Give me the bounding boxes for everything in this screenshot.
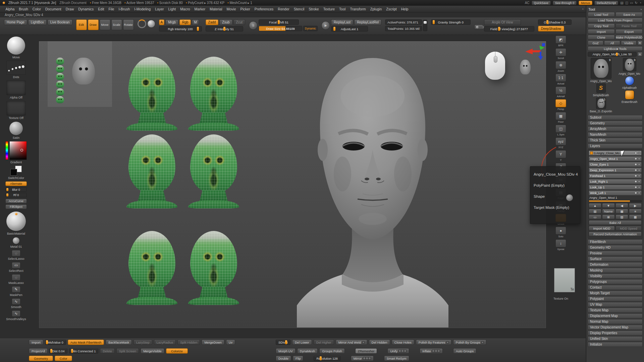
bottom-shelf-button[interactable]: Mirror [351,356,374,361]
right-shelf-button[interactable]: ↕ Xpose [555,239,566,251]
bottom-shelf-button[interactable]: LazyStep [133,340,152,345]
layer-tool-button[interactable]: ▦ [615,209,628,214]
layer-arrow-button[interactable]: ▶ [629,203,642,208]
menu-item[interactable]: Macro [178,7,192,11]
m-toggle[interactable]: M [192,19,199,25]
right-shelf-button[interactable]: ✛ Scroll [555,48,566,60]
bottom-shelf-button[interactable]: MidValue 0 [45,340,66,345]
layer-eye-icon[interactable] [635,186,637,188]
copy-tool-button[interactable]: Copy Tool [588,23,615,28]
document-canvas[interactable] [39,41,546,328]
accucurve-button[interactable]: AccuCurve [5,199,27,203]
layer-tool-button[interactable]: ▩ [629,215,642,219]
tool-section-header[interactable]: Contact [588,285,643,290]
bottom-shelf-button[interactable]: Close Holes [392,340,414,345]
tool-section-header[interactable]: NanoMesh [588,132,643,137]
mrgb-toggle[interactable]: Mrgb [165,19,178,25]
bottom-shelf-button[interactable]: Min Connected 1 [69,348,99,354]
field-of-view-slider[interactable]: Field of view(deg) 27.5977 [484,26,534,32]
scale-mode-button[interactable]: Scale [111,19,122,30]
menu-item[interactable]: Transform [348,7,368,11]
menu-item[interactable]: Alpha [3,7,17,11]
layer-eye-icon[interactable] [635,169,637,171]
export-button[interactable]: Export [615,29,643,34]
z-intensity-slider[interactable]: Z Intensity 51 [206,26,243,32]
bottom-shelf-button[interactable]: Split Hidden [177,340,200,345]
zadd-toggle[interactable]: Zadd [206,19,219,25]
layer-row[interactable]: Forehead 1 [589,173,642,178]
layer-intensity-slider[interactable] [589,200,642,202]
titlebar-icon[interactable]: ◔ [639,1,641,5]
titlebar-icon[interactable]: ◫ [625,1,628,5]
menu-item[interactable]: I-Modeling [132,7,153,11]
alt-tool-thumbnail[interactable]: 9 [623,58,636,71]
current-tool-thumbnail[interactable]: 9 [591,58,611,79]
layer-arrow-button[interactable]: ◀ [615,203,628,208]
tool-section-header[interactable]: Visibility [588,274,643,279]
home-page-button[interactable]: Home Page [4,19,27,25]
context-menu-item[interactable]: PolyPaint (Empty) [530,180,580,191]
layer-row[interactable]: Angry_Open_Mout 1 [589,156,642,161]
layer-record-icon[interactable] [638,158,640,160]
right-shelf-button[interactable]: ◫ L.Sym [555,125,566,136]
titlebar-icon[interactable]: ↻ [635,1,638,5]
bottom-shelf-button[interactable]: Unify [387,348,409,354]
menu-item[interactable]: Layer [153,7,166,11]
material-sphere-icon[interactable] [147,20,155,28]
panel-gear-icon[interactable]: ◔ [640,7,642,11]
hue-strip[interactable] [5,141,8,160]
tool-section-header[interactable]: Thick Skin [588,138,643,143]
quicksave-button[interactable]: QuickSave [532,1,551,5]
layer-record-icon[interactable] [638,186,640,188]
layer-record-icon[interactable] [638,169,640,171]
layer-arrow-button[interactable]: ▲ [589,203,601,208]
draw-mode-button[interactable]: Draw [88,19,99,30]
layer-eye-icon[interactable] [635,152,637,154]
smooth-valleys-icon[interactable]: ∿ [12,310,20,317]
alternate-button[interactable]: Alternate [5,181,27,186]
obj-shadow-slider[interactable]: ObjShadow 0.3 [538,19,572,25]
toggle-dot[interactable] [481,341,484,344]
zcut-toggle[interactable]: Zcut [233,19,245,25]
bottom-shelf-button[interactable]: LazyRadius [154,340,176,345]
layer-row[interactable]: Close_Eyes 1 [589,162,642,167]
bottom-shelf-button[interactable]: MergeDown [202,340,224,345]
tool-section-header[interactable]: Preview [588,251,643,256]
paste-tool-button[interactable]: Paste Tool [615,23,643,28]
layer-row[interactable]: Look_Right 1 [589,179,642,184]
bottom-shelf-button[interactable]: ZRemesher [355,348,377,354]
right-shelf-button[interactable]: ½ AAHalf [555,86,566,98]
layer-eye-icon[interactable] [635,180,637,183]
layer-tool-button[interactable]: ▤ [589,209,601,214]
angle-of-view-button[interactable]: Angle Of View [484,19,521,25]
tool-r-button[interactable]: R [637,52,643,57]
bottom-shelf-button[interactable]: Groups Polish [319,348,345,354]
color-picker[interactable] [5,141,27,160]
alpha-slot[interactable] [6,80,26,95]
bottom-shelf-button[interactable]: Geometry [29,356,53,361]
tool-quicksave-slider[interactable]: Angry_Open_Mouth_Low. 50 [588,52,637,57]
bottom-shelf-button[interactable]: Del Hidden [369,340,390,345]
right-shelf-button[interactable]: ▦ Floor [555,112,566,123]
menu-item[interactable]: Color [30,7,43,11]
toggle-dot[interactable] [446,341,449,344]
tool-section-header[interactable]: FiberMesh [588,239,643,244]
layer-arrow-button[interactable]: ▼ [602,203,615,208]
primary-color-swatch[interactable] [10,169,17,176]
right-shelf-button[interactable]: ◩ BPR [555,36,566,47]
mask-pen-icon[interactable]: ✎ [12,286,20,293]
xyz-toggles[interactable] [363,357,371,360]
rgb-toggle[interactable]: Rgb [179,19,191,25]
menu-item[interactable]: Draw [63,7,76,11]
layer-record-icon[interactable] [638,175,640,177]
layer-eye-icon[interactable] [635,192,637,194]
layer-record-icon[interactable] [638,163,640,166]
layer-row[interactable]: Wink_Left 1 [589,190,642,195]
import-button[interactable]: Import [588,29,615,34]
clone-button[interactable]: Clone [588,35,615,40]
tool-section-header[interactable]: Texture Map [588,308,643,313]
menu-item[interactable]: Help [399,7,411,11]
menu-item[interactable]: Material [208,7,224,11]
select-lasso-icon[interactable]: ◌ [12,250,20,256]
layer-row[interactable]: Deep_Expression 1 [589,168,642,173]
